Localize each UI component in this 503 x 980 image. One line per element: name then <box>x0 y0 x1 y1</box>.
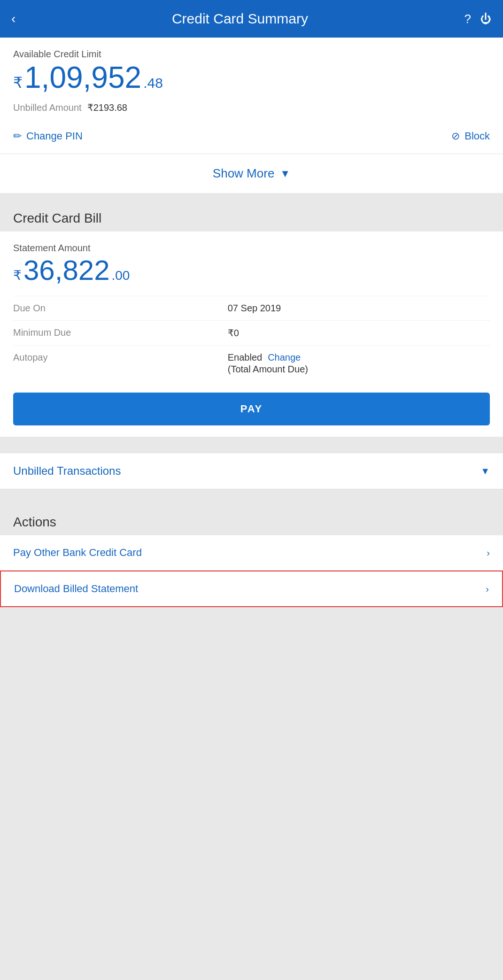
help-icon[interactable]: ? <box>464 12 471 26</box>
download-statement-item[interactable]: Download Billed Statement › <box>0 571 503 607</box>
credit-limit-section: Available Credit Limit ₹ 1,09,952 .48 Un… <box>0 38 503 154</box>
statement-rupee-symbol: ₹ <box>13 268 22 283</box>
credit-amount: ₹ 1,09,952 .48 <box>13 62 490 93</box>
unbilled-row: Unbilled Amount ₹2193.68 <box>13 102 490 113</box>
rupee-symbol: ₹ <box>13 74 23 92</box>
statement-label: Statement Amount <box>13 243 490 254</box>
unbilled-value: ₹2193.68 <box>87 102 127 113</box>
minimum-due-row: Minimum Due ₹0 <box>13 320 490 345</box>
autopay-change-button[interactable]: Change <box>268 352 301 363</box>
pay-other-bank-label: Pay Other Bank Credit Card <box>13 547 142 559</box>
change-pin-label: Change PIN <box>26 130 83 142</box>
due-on-value: 07 Sep 2019 <box>228 303 490 314</box>
unbilled-label: Unbilled Amount <box>13 102 82 113</box>
unbilled-transactions-toggle[interactable]: Unbilled Transactions ▼ <box>0 453 503 489</box>
chevron-down-icon: ▼ <box>480 466 490 477</box>
action-links: ✏ Change PIN ⊘ Block <box>13 124 490 142</box>
due-on-label: Due On <box>13 303 228 314</box>
available-credit-label: Available Credit Limit <box>13 49 490 60</box>
section-divider <box>0 193 503 201</box>
actions-header: Actions <box>0 505 503 535</box>
chevron-right-icon-2: › <box>486 584 489 594</box>
credit-card-bill-header: Credit Card Bill <box>0 201 503 231</box>
autopay-total-text: (Total Amount Due) <box>228 364 490 375</box>
show-more-button[interactable]: Show More ▼ <box>0 154 503 193</box>
autopay-label: Autopay <box>13 352 228 363</box>
actions-title: Actions <box>13 515 56 529</box>
statement-amount-main: 36,822 <box>23 256 110 285</box>
bill-section: Statement Amount ₹ 36,822 .00 Due On 07 … <box>0 231 503 437</box>
due-on-row: Due On 07 Sep 2019 <box>13 296 490 320</box>
autopay-value: Enabled Change (Total Amount Due) <box>228 352 490 375</box>
block-icon: ⊘ <box>451 130 460 142</box>
show-more-label: Show More <box>213 166 275 181</box>
credit-amount-main: 1,09,952 <box>24 62 141 93</box>
header-icons: ? ⏻ <box>464 12 492 26</box>
pay-other-bank-item[interactable]: Pay Other Bank Credit Card › <box>0 535 503 571</box>
section-divider-3 <box>0 489 503 498</box>
statement-amount-decimal: .00 <box>112 268 130 283</box>
autopay-inner-row: Enabled Change <box>228 352 490 363</box>
download-statement-label: Download Billed Statement <box>14 583 138 595</box>
unbilled-transactions-label: Unbilled Transactions <box>13 464 121 478</box>
autopay-row: Autopay Enabled Change (Total Amount Due… <box>13 345 490 381</box>
pencil-icon: ✏ <box>13 130 22 142</box>
section-divider-2 <box>0 437 503 445</box>
minimum-due-label: Minimum Due <box>13 327 228 338</box>
pay-button[interactable]: PAY <box>13 393 490 425</box>
minimum-due-value: ₹0 <box>228 327 490 339</box>
block-button[interactable]: ⊘ Block <box>451 130 490 142</box>
statement-amount: ₹ 36,822 .00 <box>13 256 490 285</box>
power-icon[interactable]: ⏻ <box>480 12 492 25</box>
app-header: ‹ Credit Card Summary ? ⏻ <box>0 0 503 38</box>
credit-card-bill-title: Credit Card Bill <box>13 211 101 225</box>
chevron-down-icon: ▼ <box>280 168 290 180</box>
block-label: Block <box>464 130 490 142</box>
page-title: Credit Card Summary <box>15 11 464 27</box>
back-button[interactable]: ‹ <box>11 11 15 26</box>
change-pin-button[interactable]: ✏ Change PIN <box>13 130 83 142</box>
chevron-right-icon: › <box>487 548 490 558</box>
autopay-enabled-text: Enabled <box>228 352 262 363</box>
credit-amount-decimal: .48 <box>143 75 163 91</box>
